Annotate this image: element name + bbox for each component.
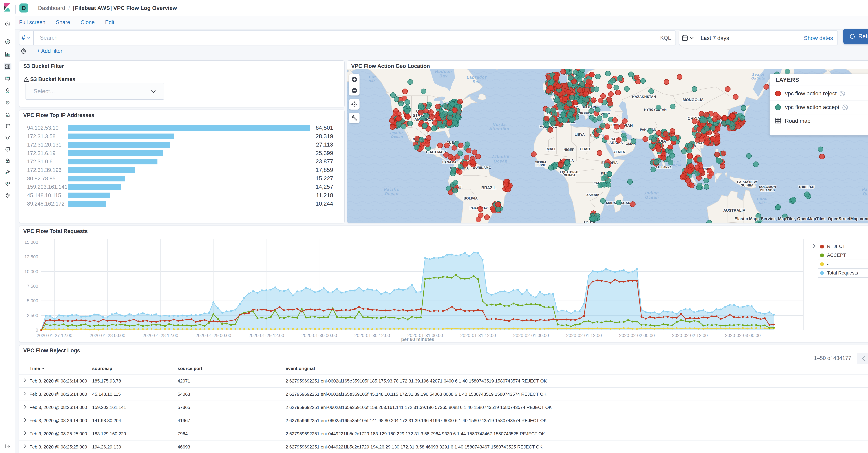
svg-text:Coral: Coral: [757, 197, 768, 201]
svg-text:Pacific: Pacific: [390, 131, 404, 135]
svg-text:Labrador: Labrador: [467, 75, 487, 80]
svg-text:12,500: 12,500: [24, 254, 38, 260]
svg-text:Okhots: Okhots: [751, 77, 766, 80]
svg-text:PAPUA NEW: PAPUA NEW: [737, 180, 757, 184]
svg-text:GUINEA: GUINEA: [564, 174, 575, 177]
svg-text:Norda: Norda: [493, 122, 506, 127]
svg-text:BRAZIL: BRAZIL: [482, 186, 496, 190]
svg-text:BOLIVIA: BOLIVIA: [464, 197, 477, 200]
svg-text:SOLOMON: SOLOMON: [759, 185, 776, 188]
svg-text:2020-02-03 00:00: 2020-02-03 00:00: [725, 333, 761, 338]
svg-text:Sea of: Sea of: [752, 72, 765, 77]
svg-text:ISLANDS: ISLANDS: [760, 188, 775, 192]
svg-text:2020-02-01 00:00: 2020-02-01 00:00: [513, 333, 549, 338]
svg-text:5,000: 5,000: [27, 298, 38, 303]
svg-text:2020-02-02 00:00: 2020-02-02 00:00: [619, 333, 655, 338]
svg-text:Bay: Bay: [439, 74, 448, 78]
svg-text:0: 0: [36, 328, 38, 333]
svg-text:Atlantiko: Atlantiko: [489, 127, 509, 131]
svg-text:MONGOLIA: MONGOLIA: [683, 98, 704, 102]
svg-text:GUINEA: GUINEA: [741, 184, 753, 187]
svg-text:KAZAKHSTAN: KAZAKHSTAN: [632, 95, 656, 99]
svg-text:2020-01-30 00:00: 2020-01-30 00:00: [301, 333, 337, 338]
svg-text:Ocean: Ocean: [385, 191, 399, 196]
svg-text:EQUATORIAL: EQUATORIAL: [560, 171, 579, 174]
svg-text:Pacific: Pacific: [384, 187, 399, 192]
svg-text:SURINAME: SURINAME: [473, 166, 491, 170]
svg-text:KYRGYZSTAN: KYRGYZSTAN: [644, 108, 666, 112]
svg-text:f of: f of: [369, 75, 376, 79]
svg-text:Atlantic: Atlantic: [492, 154, 509, 159]
svg-text:Hudson: Hudson: [435, 69, 452, 74]
svg-text:2020-01-31 12:00: 2020-01-31 12:00: [460, 333, 496, 338]
svg-text:ZAMBIA: ZAMBIA: [586, 193, 599, 197]
svg-text:YEMEN: YEMEN: [614, 150, 625, 154]
svg-text:MALI: MALI: [547, 147, 555, 151]
svg-text:CHAD: CHAD: [580, 147, 590, 151]
svg-text:NIGER: NIGER: [563, 148, 575, 152]
svg-text:2020-01-27 12:00: 2020-01-27 12:00: [37, 333, 72, 338]
svg-text:2020-02-02 12:00: 2020-02-02 12:00: [672, 333, 708, 338]
svg-text:Ocean: Ocean: [391, 135, 403, 139]
svg-text:ska: ska: [369, 79, 376, 83]
svg-text:2020-01-28 00:00: 2020-01-28 00:00: [90, 333, 125, 338]
svg-text:7,500: 7,500: [27, 283, 38, 289]
svg-text:AUSTRALIA: AUSTRALIA: [723, 208, 745, 213]
svg-text:Sea: Sea: [473, 80, 481, 84]
svg-text:2,500: 2,500: [27, 313, 38, 318]
svg-text:LIBYA: LIBYA: [575, 132, 585, 136]
svg-text:LEONE: LEONE: [536, 163, 546, 167]
svg-text:2020-01-30 12:00: 2020-01-30 12:00: [354, 333, 390, 338]
svg-text:2020-01-29 12:00: 2020-01-29 12:00: [248, 333, 284, 338]
svg-text:10,000: 10,000: [24, 269, 38, 274]
svg-text:GUATEMALA: GUATEMALA: [426, 150, 447, 154]
svg-text:Ocean: Ocean: [645, 195, 659, 200]
svg-text:2020-02-01 12:00: 2020-02-01 12:00: [566, 333, 602, 338]
svg-text:2020-01-28 12:00: 2020-01-28 12:00: [143, 333, 178, 338]
svg-text:2020-01-29 00:00: 2020-01-29 00:00: [195, 333, 231, 338]
svg-text:Ocean: Ocean: [494, 159, 507, 163]
svg-text:Indian: Indian: [645, 191, 659, 195]
svg-text:15,000: 15,000: [24, 240, 38, 245]
svg-text:Sea: Sea: [758, 201, 766, 205]
